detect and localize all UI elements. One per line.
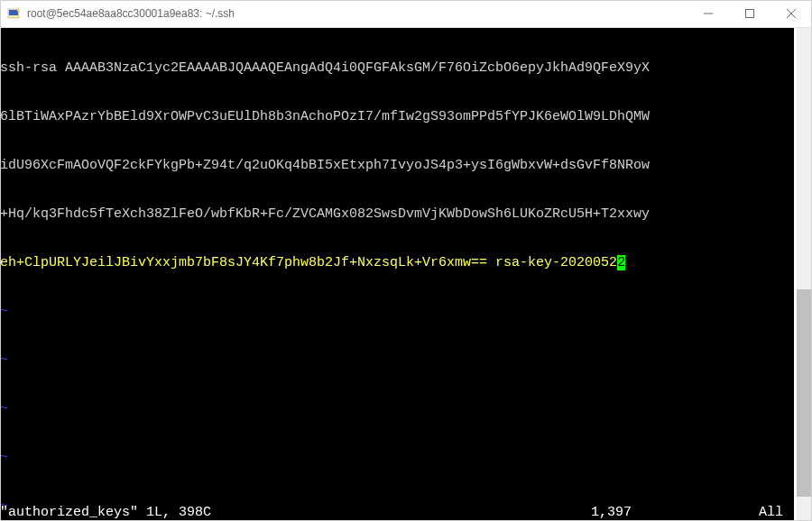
- terminal-line: ssh-rsa AAAAB3NzaC1yc2EAAAABJQAAAQEAngAd…: [0, 60, 794, 77]
- status-filename: "authorized_keys" 1L, 398C: [0, 505, 211, 521]
- vim-tilde: ~: [0, 352, 794, 369]
- scrollbar-thumb[interactable]: [797, 289, 812, 497]
- scrollbar[interactable]: [797, 28, 812, 521]
- putty-icon: [7, 6, 22, 21]
- terminal-line: eh+ClpURLYJeilJBivYxxjmb7bF8sJY4Kf7phw8b…: [0, 255, 794, 271]
- svg-rect-3: [746, 10, 754, 18]
- terminal-line: +Hq/kq3Fhdc5fTeXch38ZlFeO/wbfKbR+Fc/ZVCA…: [0, 206, 794, 223]
- maximize-button[interactable]: [729, 0, 770, 27]
- terminal-line: idU96XcFmAOoVQF2ckFYkgPb+Z94t/q2uOKq4bBI…: [0, 158, 794, 174]
- status-percent: All: [759, 505, 783, 521]
- window-controls: [687, 0, 812, 27]
- minimize-button[interactable]: [687, 0, 729, 27]
- svg-rect-1: [9, 10, 18, 15]
- cursor: 2: [617, 255, 625, 270]
- window-title: root@5ec54ae8aa8cc30001a9ea83: ~/.ssh: [27, 7, 687, 20]
- terminal-line: 6lBTiWAxPAzrYbBEld9XrOWPvC3uEUlDh8b3nAch…: [0, 109, 794, 125]
- vim-tilde: ~: [0, 304, 794, 320]
- close-button[interactable]: [770, 0, 812, 27]
- titlebar: root@5ec54ae8aa8cc30001a9ea83: ~/.ssh: [0, 0, 812, 28]
- status-position: 1,397: [591, 505, 632, 521]
- vim-tilde: ~: [0, 401, 794, 417]
- vim-tilde: ~: [0, 450, 794, 466]
- terminal[interactable]: ssh-rsa AAAAB3NzaC1yc2EAAAABJQAAAQEAngAd…: [0, 28, 794, 521]
- vim-status-bar: "authorized_keys" 1L, 398C 1,397 All: [0, 505, 794, 521]
